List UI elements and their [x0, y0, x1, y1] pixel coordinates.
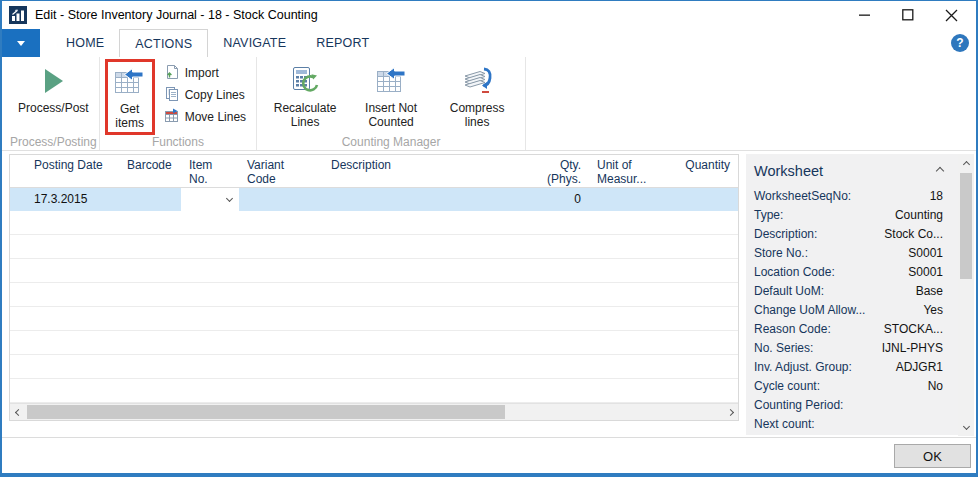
- copy-lines-button[interactable]: Copy Lines: [159, 84, 251, 106]
- row-selector-gutter: [10, 155, 26, 187]
- compress-icon: [461, 61, 494, 101]
- factbox-field-counting-period: Counting Period:: [746, 395, 958, 414]
- scroll-down-icon[interactable]: [958, 418, 974, 434]
- field-label: No. Series:: [754, 341, 813, 355]
- field-label: WorksheetSeqNo:: [754, 189, 851, 203]
- compress-lines-button[interactable]: Compress lines: [434, 59, 520, 131]
- recalculate-icon: [289, 61, 321, 101]
- field-value[interactable]: Counting: [895, 208, 943, 222]
- cell-quantity[interactable]: [664, 188, 738, 211]
- field-value[interactable]: Yes: [923, 303, 943, 317]
- factbox-field-change-uom-allow: Change UoM Allow...Yes: [746, 300, 958, 319]
- empty-row[interactable]: [10, 331, 738, 355]
- maximize-button[interactable]: [902, 9, 914, 21]
- scroll-up-icon[interactable]: [958, 156, 974, 172]
- cell-posting-date[interactable]: 17.3.2015: [26, 188, 119, 211]
- button-label: Insert Not Counted: [353, 101, 429, 129]
- empty-row[interactable]: [10, 283, 738, 307]
- empty-row[interactable]: [10, 355, 738, 379]
- cell-variant-code[interactable]: [239, 188, 323, 211]
- column-header-variant-code[interactable]: Variant Code: [239, 155, 323, 188]
- column-header-posting-date[interactable]: Posting Date: [26, 155, 119, 188]
- copy-lines-icon: [164, 86, 180, 105]
- horizontal-scrollbar[interactable]: [10, 403, 738, 420]
- column-header-qty-phys-inventory[interactable]: Qty. (Phys. Inventory): [515, 155, 589, 188]
- application-menu-button[interactable]: [2, 29, 40, 57]
- cell-item-no[interactable]: [181, 188, 239, 211]
- field-value[interactable]: S0001: [908, 265, 943, 279]
- footer: OK: [2, 437, 976, 473]
- vertical-scrollbar[interactable]: [958, 154, 974, 436]
- tab-home[interactable]: HOME: [51, 29, 119, 57]
- import-icon: [164, 64, 180, 83]
- row-selector[interactable]: [10, 188, 26, 211]
- field-value[interactable]: 18: [930, 189, 943, 203]
- tab-bar: HOMEACTIONSNAVIGATEREPORT ?: [2, 29, 976, 57]
- close-button[interactable]: [945, 9, 958, 22]
- move-lines-button[interactable]: Move Lines: [159, 106, 251, 128]
- dropdown-chevron-icon[interactable]: [226, 195, 233, 202]
- tab-navigate[interactable]: NAVIGATE: [208, 29, 301, 57]
- field-value[interactable]: Stock Co...: [884, 227, 943, 241]
- ok-button[interactable]: OK: [894, 444, 971, 468]
- button-label: Compress lines: [439, 101, 515, 129]
- recalculate-lines-button[interactable]: Recalculate Lines: [262, 59, 348, 131]
- empty-row[interactable]: [10, 235, 738, 259]
- chevron-down-icon: [17, 41, 25, 46]
- horizontal-scroll-thumb[interactable]: [27, 405, 505, 419]
- factbox-title: Worksheet: [754, 163, 823, 179]
- factbox-field-worksheetseqno: WorksheetSeqNo:18: [746, 186, 958, 205]
- main-content: Posting DateBarcodeItem No.Variant CodeD…: [2, 151, 976, 437]
- button-label: Move Lines: [185, 110, 246, 124]
- import-button[interactable]: Import: [159, 62, 251, 84]
- factbox-field-store-no: Store No.:S0001: [746, 243, 958, 262]
- factbox-fields: WorksheetSeqNo:18Type:CountingDescriptio…: [746, 186, 958, 433]
- insert-not-counted-button[interactable]: Insert Not Counted: [348, 59, 434, 131]
- button-label: Recalculate Lines: [267, 101, 343, 129]
- table-arrow-icon: [113, 62, 146, 102]
- cell-description[interactable]: [323, 188, 515, 211]
- empty-row[interactable]: [10, 211, 738, 235]
- cell-barcode[interactable]: [119, 188, 181, 211]
- minimize-button[interactable]: [859, 9, 871, 21]
- empty-row[interactable]: [10, 379, 738, 403]
- process-post-button[interactable]: Process/Post: [13, 59, 94, 117]
- tab-actions[interactable]: ACTIONS: [119, 29, 208, 57]
- scroll-right-icon[interactable]: [722, 404, 738, 420]
- field-value[interactable]: STOCKA...: [884, 322, 943, 336]
- field-value[interactable]: ADJGR1: [896, 360, 943, 374]
- field-value[interactable]: IJNL-PHYS: [882, 341, 943, 355]
- tab-report[interactable]: REPORT: [301, 29, 384, 57]
- factbox-field-reason-code: Reason Code:STOCKA...: [746, 319, 958, 338]
- journal-row-selected[interactable]: 17.3.20150: [10, 188, 738, 211]
- column-header-description[interactable]: Description: [323, 155, 515, 188]
- scroll-left-icon[interactable]: [10, 404, 26, 420]
- get-items-button[interactable]: Get items: [105, 59, 155, 135]
- vertical-scroll-thumb[interactable]: [960, 173, 972, 279]
- field-value[interactable]: No: [928, 379, 943, 393]
- field-value[interactable]: S0001: [908, 246, 943, 260]
- field-label: Store No.:: [754, 246, 808, 260]
- ribbon-group-process-posting: Process/PostProcess/Posting: [8, 57, 100, 150]
- column-header-quantity[interactable]: Quantity: [664, 155, 738, 188]
- field-label: Next count:: [754, 417, 815, 431]
- factbox-field-cycle-count: Cycle count:No: [746, 376, 958, 395]
- column-header-unit-of-measur[interactable]: Unit of Measur...: [589, 155, 664, 188]
- ribbon-group-functions: Get itemsImportCopy LinesMove LinesFunct…: [100, 57, 257, 150]
- field-value[interactable]: Base: [916, 284, 943, 298]
- button-label: Import: [185, 66, 219, 80]
- help-button[interactable]: ?: [951, 34, 969, 52]
- button-label: Get items: [111, 102, 149, 130]
- empty-row[interactable]: [10, 259, 738, 283]
- column-header-item-no[interactable]: Item No.: [181, 155, 239, 188]
- empty-row[interactable]: [10, 307, 738, 331]
- column-header-barcode[interactable]: Barcode: [119, 155, 181, 188]
- factbox-field-default-uom: Default UoM:Base: [746, 281, 958, 300]
- collapse-icon[interactable]: [936, 167, 944, 175]
- cell-unit-of-measur[interactable]: [589, 188, 664, 211]
- title-bar: Edit - Store Inventory Journal - 18 - St…: [2, 1, 976, 29]
- factbox-field-next-count: Next count:: [746, 414, 958, 433]
- group-label: Functions: [100, 135, 256, 149]
- field-label: Cycle count:: [754, 379, 820, 393]
- cell-qty-phys-inventory[interactable]: 0: [515, 188, 589, 211]
